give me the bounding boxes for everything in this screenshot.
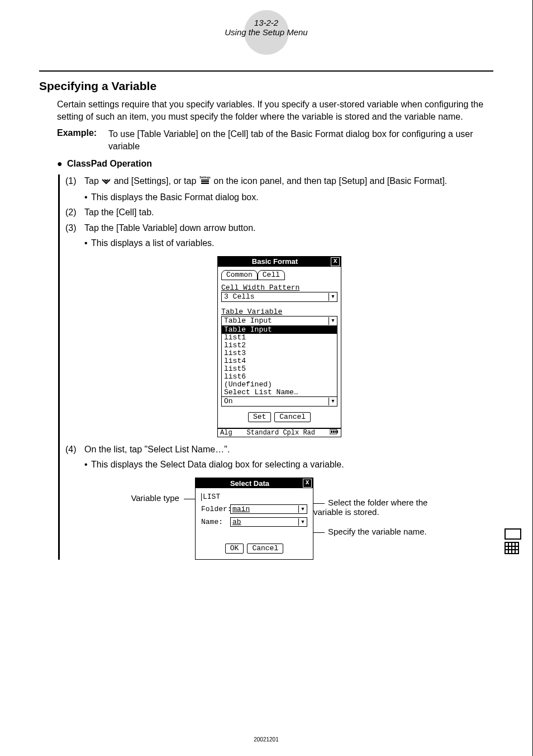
page-number: 13-2-2: [211, 13, 322, 27]
folder-label: Folder:: [201, 505, 230, 513]
name-dropdown[interactable]: ab ▾: [230, 517, 307, 527]
step-4-text: On the list, tap "Select List Name…".: [84, 443, 493, 456]
step-2-text: Tap the [Cell] tab.: [84, 206, 493, 219]
calculator-icon: [505, 528, 521, 554]
svg-rect-3: [201, 183, 209, 184]
status-bar: Alg Standard Cplx Rad: [218, 428, 341, 437]
list-item[interactable]: (Undefined): [222, 381, 337, 389]
chevron-down-icon[interactable]: ▾: [329, 293, 337, 301]
svg-rect-8: [335, 431, 336, 433]
svg-rect-2: [201, 181, 209, 182]
basic-format-dialog: Basic Format X Common Cell Cell Width Pa…: [217, 256, 341, 437]
svg-rect-1: [201, 179, 209, 181]
dialog-title: Basic Format: [219, 257, 331, 266]
table-variable-list[interactable]: Table Input list1 list2 list3 list4 list…: [221, 326, 337, 397]
footer-code: 20021201: [0, 736, 532, 743]
section-heading: Specifying a Variable: [39, 79, 493, 93]
step-1-sub: This displays the Basic Format dialog bo…: [91, 191, 493, 204]
operation-heading: ClassPad Operation: [67, 159, 493, 169]
set-button[interactable]: Set: [248, 412, 271, 422]
list-item[interactable]: list3: [222, 349, 337, 357]
svg-rect-7: [333, 431, 335, 433]
ok-button[interactable]: OK: [225, 544, 244, 554]
svg-rect-6: [331, 431, 332, 433]
list-item[interactable]: list5: [222, 365, 337, 373]
chevron-down-icon[interactable]: ▾: [298, 518, 307, 526]
list-item[interactable]: Table Input: [222, 326, 337, 334]
annotation-left: Variable type: [106, 478, 195, 503]
step-3-text: Tap the [Table Variable] down arrow butt…: [84, 221, 493, 234]
step-1-num: (1): [65, 174, 84, 188]
svg-rect-5: [337, 431, 338, 433]
svg-text:Settings: Settings: [199, 176, 211, 179]
close-icon[interactable]: X: [331, 257, 340, 266]
list-item[interactable]: list6: [222, 373, 337, 381]
cell-width-label: Cell Width Pattern: [221, 284, 337, 292]
table-variable-dropdown[interactable]: Table Input ▾: [221, 316, 337, 326]
battery-icon: [330, 429, 339, 437]
table-variable-label: Table Variable: [221, 308, 337, 316]
step-4-num: (4): [65, 443, 84, 456]
bullet-icon: ●: [57, 159, 67, 172]
tab-cell[interactable]: Cell: [258, 270, 285, 280]
list-item[interactable]: list4: [222, 357, 337, 365]
cancel-button[interactable]: Cancel: [247, 544, 283, 554]
divider: [39, 70, 493, 72]
cancel-button[interactable]: Cancel: [274, 412, 311, 422]
name-label: Name:: [201, 518, 230, 526]
step-2-num: (2): [65, 206, 84, 219]
step-3-num: (3): [65, 221, 84, 234]
intro-paragraph: Certain settings require that you specif…: [57, 98, 493, 122]
bullet-icon: •: [84, 458, 91, 471]
dialog-title: Select Data: [197, 479, 303, 488]
folder-dropdown[interactable]: main ▾: [230, 504, 307, 514]
chevron-down-icon[interactable]: ▾: [329, 317, 337, 325]
step-4-sub: This displays the Select Data dialog box…: [91, 458, 493, 471]
steps-block: (1) Tap and [Settings], or tap Settings …: [58, 174, 493, 560]
list-item[interactable]: list1: [222, 334, 337, 342]
annotation-right: Select the folder where the variable is …: [313, 478, 453, 546]
bullet-icon: •: [84, 191, 91, 204]
cell-width-dropdown[interactable]: 3 Cells ▾: [221, 292, 337, 302]
list-item[interactable]: Select List Name…: [222, 389, 337, 396]
row-header-dropdown[interactable]: On ▾: [221, 397, 337, 407]
page-subtitle: Using the Setup Menu: [211, 27, 322, 37]
step-1-text: Tap and [Settings], or tap Settings on t…: [84, 174, 493, 188]
bullet-icon: •: [84, 237, 91, 249]
list-item[interactable]: list2: [222, 342, 337, 349]
example-text: To use [Table Variable] on the [Cell] ta…: [108, 128, 493, 152]
close-icon[interactable]: X: [303, 479, 312, 488]
example-label: Example:: [57, 128, 108, 152]
tab-common[interactable]: Common: [221, 270, 258, 280]
chevron-down-icon[interactable]: ▾: [298, 505, 307, 513]
select-data-dialog: Select Data X LIST Folder: main ▾: [195, 478, 313, 560]
status-mid: Standard Cplx Rad: [247, 429, 315, 437]
step-3-sub: This displays a list of variables.: [91, 237, 493, 249]
status-left: Alg: [220, 429, 232, 437]
menu-icon: [101, 176, 111, 188]
page-badge: 13-2-2 Using the Setup Menu: [211, 13, 322, 37]
chevron-down-icon[interactable]: ▾: [329, 398, 337, 405]
variable-type-value: LIST: [203, 493, 220, 501]
settings-icon: Settings: [199, 175, 211, 188]
